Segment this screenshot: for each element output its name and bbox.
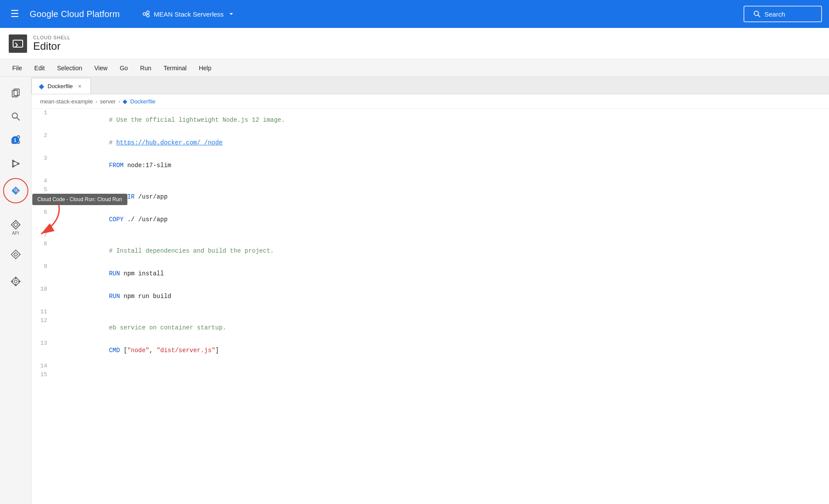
code-link[interactable]: https://hub.docker.com/_/node	[116, 139, 223, 146]
line-code: COPY ./ /usr/app	[58, 208, 829, 231]
api-diamond-icon	[10, 219, 21, 230]
svg-point-2	[147, 14, 149, 17]
code-value: node:17-slim	[123, 162, 171, 169]
line-number: 10	[31, 285, 58, 308]
menu-help[interactable]: Help	[194, 62, 217, 74]
line-number: 2	[31, 131, 58, 154]
table-row: 1 # Use the official lightweight Node.js…	[31, 109, 829, 131]
tab-close-button[interactable]: ×	[76, 83, 83, 90]
dockerfile-tab[interactable]: ◆ Dockerfile ×	[31, 78, 91, 94]
code-string: "dist/server.js"	[157, 347, 215, 354]
tab-bar: ◆ Dockerfile ×	[31, 77, 829, 94]
table-row: 11	[31, 308, 829, 316]
sidebar-item-debug[interactable]	[3, 153, 28, 175]
code-string: "node"	[127, 347, 149, 354]
line-number: 9	[31, 262, 58, 285]
table-row: 3 FROM node:17-slim	[31, 154, 829, 177]
breadcrumb-current[interactable]: Dockerfile	[130, 98, 155, 105]
sidebar-item-explorer[interactable]	[3, 82, 28, 104]
project-selector[interactable]: MEAN Stack Serverless	[137, 7, 240, 21]
sidebar-item-source-control[interactable]: 1	[3, 129, 28, 151]
app-title: Google Cloud Platform	[30, 9, 120, 19]
line-code	[58, 177, 829, 185]
topbar: ☰ Google Cloud Platform MEAN Stack Serve…	[0, 0, 829, 28]
sidebar-item-search[interactable]	[3, 106, 28, 127]
code-value: npm install	[120, 270, 164, 277]
code-value: ./ /usr/app	[123, 216, 168, 223]
breadcrumb-part-2[interactable]: server	[100, 98, 116, 105]
section-label: CLOUD SHELL	[33, 35, 70, 40]
code-keyword: RUN	[109, 293, 120, 300]
menu-go[interactable]: Go	[114, 62, 133, 74]
extensions-icon: [···]	[10, 249, 21, 260]
menu-run[interactable]: Run	[135, 62, 157, 74]
svg-point-20	[17, 163, 19, 165]
svg-rect-7	[13, 40, 23, 47]
table-row: 4	[31, 177, 829, 185]
breadcrumb-file-icon: ◆	[123, 98, 127, 105]
search-label: Search	[764, 10, 785, 18]
sidebar-item-settings[interactable]	[3, 271, 28, 292]
svg-point-1	[147, 11, 149, 14]
cloud-run-icon	[10, 185, 21, 196]
code-keyword: CMD	[109, 347, 120, 354]
svg-point-36	[15, 278, 17, 279]
svg-point-0	[143, 13, 146, 15]
code-value: npm run build	[120, 293, 171, 300]
debug-icon	[10, 158, 21, 169]
editor-area: ◆ Dockerfile × mean-stack-example › serv…	[31, 77, 829, 504]
svg-point-11	[12, 113, 17, 118]
code-value: ]	[215, 347, 219, 354]
cloud-shell-icon	[9, 34, 27, 53]
tab-label: Dockerfile	[48, 83, 73, 89]
sidebar: 1 Clo	[0, 77, 31, 504]
svg-point-5	[754, 11, 759, 16]
menu-selection[interactable]: Selection	[52, 62, 88, 74]
sidebar-item-extensions[interactable]: [···]	[3, 243, 28, 265]
table-row: 15	[31, 370, 829, 379]
code-table: 1 # Use the official lightweight Node.js…	[31, 109, 829, 379]
line-number: 11	[31, 308, 58, 316]
line-number: 3	[31, 154, 58, 177]
code-keyword: FROM	[109, 162, 124, 169]
line-code: RUN npm install	[58, 262, 829, 285]
menu-file[interactable]: File	[7, 62, 27, 74]
svg-line-4	[146, 15, 147, 16]
menubar: File Edit Selection View Go Run Terminal…	[0, 59, 829, 77]
menu-edit[interactable]: Edit	[29, 62, 50, 74]
line-code: # Use the official lightweight Node.js 1…	[58, 109, 829, 131]
line-number: 14	[31, 362, 58, 370]
code-comment: eb service on container startup.	[109, 324, 226, 331]
line-code: FROM node:17-slim	[58, 154, 829, 177]
svg-marker-29	[11, 220, 20, 229]
search-button[interactable]: Search	[743, 6, 822, 22]
line-code	[58, 231, 829, 240]
line-code	[58, 308, 829, 316]
line-code: CMD ["node", "dist/server.js"]	[58, 339, 829, 362]
code-comment: # Use the official lightweight Node.js 1…	[109, 117, 285, 123]
menu-terminal[interactable]: Terminal	[158, 62, 192, 74]
table-row: 7	[31, 231, 829, 240]
sidebar-item-api[interactable]: API	[3, 216, 28, 238]
line-code: # Install dependencies and build the pro…	[58, 240, 829, 262]
settings-gear-icon	[10, 276, 21, 287]
hamburger-menu-button[interactable]: ☰	[7, 5, 23, 23]
source-control-badge: 1	[11, 136, 19, 144]
main-layout: 1 Clo	[0, 77, 829, 504]
sidebar-item-cloud-run[interactable]: Cloud Code - Cloud Run: Cloud Run	[3, 180, 28, 202]
line-number: 13	[31, 339, 58, 362]
code-editor[interactable]: 1 # Use the official lightweight Node.js…	[31, 109, 829, 504]
breadcrumb-part-1[interactable]: mean-stack-example	[40, 98, 93, 105]
line-number: 15	[31, 370, 58, 379]
search-icon	[753, 10, 761, 18]
table-row: 12 eb service on container startup.	[31, 316, 829, 339]
code-value: [	[120, 347, 127, 354]
table-row: 10 RUN npm run build	[31, 285, 829, 308]
copy-pages-icon	[10, 88, 21, 98]
table-row: 8 # Install dependencies and build the p…	[31, 240, 829, 262]
line-code: WORKDIR /usr/app	[58, 185, 829, 208]
tab-file-icon: ◆	[39, 82, 44, 90]
table-row: 6 COPY ./ /usr/app	[31, 208, 829, 231]
menu-view[interactable]: View	[89, 62, 113, 74]
table-row: 14	[31, 362, 829, 370]
